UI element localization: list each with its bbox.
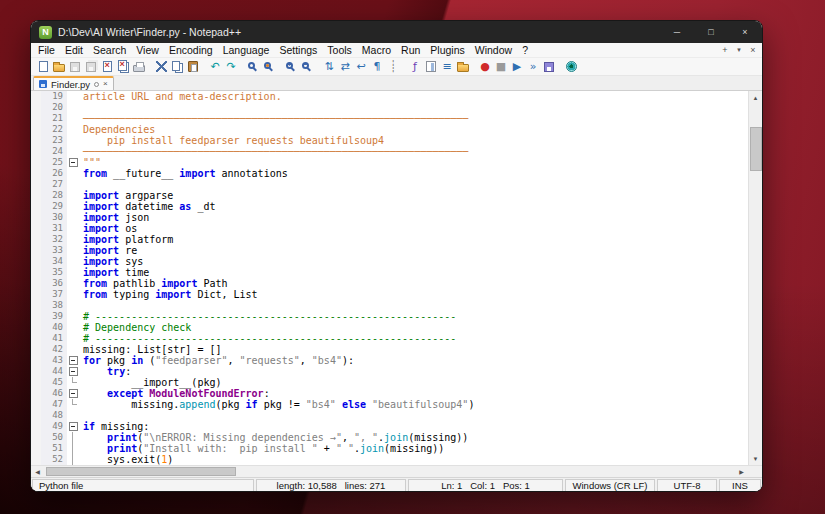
status-insert-mode[interactable]: INS — [719, 479, 761, 492]
save-icon[interactable] — [67, 59, 83, 74]
print-icon[interactable] — [131, 59, 147, 74]
code-line-19[interactable]: 19article URL and meta-description. — [31, 91, 748, 102]
scroll-left-icon[interactable]: ◀ — [31, 466, 44, 477]
close-all-icon[interactable] — [115, 59, 131, 74]
status-cursor-position[interactable]: Ln: 1 Col: 1 Pos: 1 — [408, 479, 563, 492]
bookmark-margin[interactable] — [31, 278, 41, 289]
vertical-scroll-thumb[interactable] — [750, 127, 762, 171]
bookmark-margin[interactable] — [31, 344, 41, 355]
bookmark-margin[interactable] — [31, 190, 41, 201]
code-line-33[interactable]: 33import re — [31, 245, 748, 256]
menu-item-edit[interactable]: Edit — [60, 43, 88, 57]
menu-item-file[interactable]: File — [33, 43, 60, 57]
bookmark-margin[interactable] — [31, 377, 41, 388]
code-line-23[interactable]: 23 pip install feedparser requests beaut… — [31, 135, 748, 146]
menu-item-settings[interactable]: Settings — [274, 43, 322, 57]
code-line-40[interactable]: 40# Dependency check — [31, 322, 748, 333]
horizontal-scroll-thumb[interactable] — [46, 467, 236, 476]
close-file-icon[interactable] — [99, 59, 115, 74]
code-line-48[interactable]: 48 — [31, 410, 748, 421]
folder-as-workspace-icon[interactable] — [455, 59, 471, 74]
code-line-35[interactable]: 35import time — [31, 267, 748, 278]
code-line-25[interactable]: 25""" — [31, 157, 748, 168]
status-eol-format[interactable]: Windows (CR LF) — [565, 479, 655, 492]
fold-collapse-marker[interactable] — [67, 421, 80, 432]
fold-collapse-marker[interactable] — [67, 355, 80, 366]
bookmark-margin[interactable] — [31, 102, 41, 113]
open-file-icon[interactable] — [51, 59, 67, 74]
minimize-button[interactable]: ─ — [660, 21, 694, 43]
code-line-42[interactable]: 42missing: List[str] = [] — [31, 344, 748, 355]
horizontal-scrollbar[interactable]: ◀ ▶ — [31, 465, 762, 477]
paste-icon[interactable] — [185, 59, 201, 74]
undo-icon[interactable]: ↶ — [207, 59, 223, 74]
bookmark-margin[interactable] — [31, 168, 41, 179]
code-line-39[interactable]: 39# ------------------------------------… — [31, 311, 748, 322]
tab-close-icon[interactable]: × — [103, 80, 108, 88]
code-line-20[interactable]: 20 — [31, 102, 748, 113]
menu-item-window[interactable]: Window — [470, 43, 517, 57]
bookmark-margin[interactable] — [31, 432, 41, 443]
code-line-26[interactable]: 26from __future__ import annotations — [31, 168, 748, 179]
redo-icon[interactable]: ↷ — [223, 59, 239, 74]
tab-finder-py[interactable]: Finder.py × — [33, 76, 114, 90]
show-indent-guide-icon[interactable]: ┊ — [385, 59, 401, 74]
bookmark-margin[interactable] — [31, 421, 41, 432]
code-line-47[interactable]: 47 missing.append(pkg if pkg != "bs4" el… — [31, 399, 748, 410]
zoom-out-icon[interactable] — [299, 59, 315, 74]
bookmark-margin[interactable] — [31, 333, 41, 344]
bookmark-margin[interactable] — [31, 135, 41, 146]
code-line-21[interactable]: 21──────────────────────────────────────… — [31, 113, 748, 124]
bookmark-margin[interactable] — [31, 311, 41, 322]
bookmark-margin[interactable] — [31, 179, 41, 190]
menu-item-language[interactable]: Language — [218, 43, 275, 57]
menu-item-help[interactable]: ? — [517, 43, 533, 57]
bookmark-margin[interactable] — [31, 366, 41, 377]
menu-item-macro[interactable]: Macro — [357, 43, 396, 57]
code-line-31[interactable]: 31import os — [31, 223, 748, 234]
fold-collapse-marker[interactable] — [67, 157, 80, 168]
code-line-43[interactable]: 43for pkg in ("feedparser", "requests", … — [31, 355, 748, 366]
code-line-28[interactable]: 28import argparse — [31, 190, 748, 201]
bookmark-margin[interactable] — [31, 146, 41, 157]
bookmark-margin[interactable] — [31, 256, 41, 267]
code-line-22[interactable]: 22Dependencies — [31, 124, 748, 135]
bookmark-margin[interactable] — [31, 410, 41, 421]
macro-run-multiple-icon[interactable]: » — [525, 59, 541, 74]
code-line-49[interactable]: 49if missing: — [31, 421, 748, 432]
function-list-icon[interactable]: ƒ — [407, 59, 423, 74]
menu-item-view[interactable]: View — [131, 43, 164, 57]
menu-item-tools[interactable]: Tools — [322, 43, 357, 57]
bookmark-margin[interactable] — [31, 234, 41, 245]
sync-horizontal-scroll-icon[interactable]: ⇄ — [337, 59, 353, 74]
bookmark-margin[interactable] — [31, 157, 41, 168]
menu-item-run[interactable]: Run — [396, 43, 425, 57]
bookmark-margin[interactable] — [31, 300, 41, 311]
bookmark-margin[interactable] — [31, 212, 41, 223]
bookmark-margin[interactable] — [31, 322, 41, 333]
code-line-30[interactable]: 30import json — [31, 212, 748, 223]
horizontal-scroll-track[interactable] — [44, 466, 735, 477]
bookmark-margin[interactable] — [31, 113, 41, 124]
bookmark-margin[interactable] — [31, 91, 41, 102]
bookmark-margin[interactable] — [31, 399, 41, 410]
word-wrap-icon[interactable]: ↩ — [353, 59, 369, 74]
close-button[interactable]: × — [728, 21, 762, 43]
bookmark-margin[interactable] — [31, 388, 41, 399]
maximize-button[interactable]: □ — [694, 21, 728, 43]
bookmark-margin[interactable] — [31, 355, 41, 366]
editor-area[interactable]: 19article URL and meta-description.2021─… — [31, 91, 762, 465]
menubar-dropdown-button[interactable]: ▼ — [732, 44, 746, 57]
save-all-icon[interactable] — [83, 59, 99, 74]
code-view[interactable]: 19article URL and meta-description.2021─… — [31, 91, 748, 465]
tab-pin-icon[interactable] — [94, 82, 99, 87]
code-line-29[interactable]: 29import datetime as _dt — [31, 201, 748, 212]
bookmark-margin[interactable] — [31, 245, 41, 256]
code-line-32[interactable]: 32import platform — [31, 234, 748, 245]
bookmark-margin[interactable] — [31, 223, 41, 234]
cut-icon[interactable] — [153, 59, 169, 74]
document-map-icon[interactable] — [423, 59, 439, 74]
find-icon[interactable] — [245, 59, 261, 74]
scroll-down-icon[interactable]: ▼ — [749, 452, 762, 465]
code-line-50[interactable]: 50 print("\nERROR: Missing dependencies … — [31, 432, 748, 443]
